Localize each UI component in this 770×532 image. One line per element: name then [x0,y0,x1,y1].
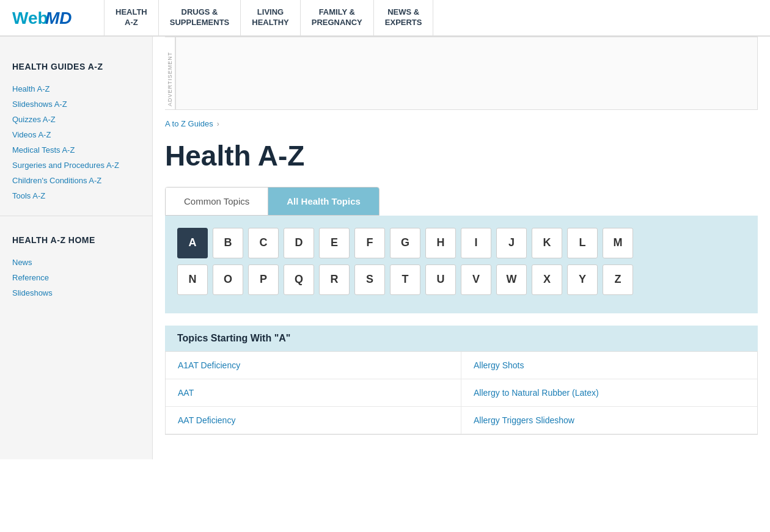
svg-text:MD: MD [45,9,72,27]
alpha-btn-n[interactable]: N [177,264,208,295]
sidebar-item-news[interactable]: News [12,255,140,270]
advertisement-bar: ADVERTISEMENT [165,37,758,110]
topic-cell-a1at: A1AT Deficiency [166,352,461,379]
topic-link-aat[interactable]: AAT [178,388,194,398]
sidebar: HEALTH GUIDES A-Z Health A-Z Slideshows … [0,37,153,459]
sidebar-item-videos-az[interactable]: Videos A-Z [12,127,140,142]
topic-cell-allergy-shots: Allergy Shots [461,352,757,379]
tab-common-topics[interactable]: Common Topics [166,188,268,215]
topic-link-allergy-triggers[interactable]: Allergy Triggers Slideshow [474,415,574,425]
topics-grid: A1AT Deficiency Allergy Shots AAT Allerg… [165,351,758,435]
topic-link-a1at[interactable]: A1AT Deficiency [178,360,240,370]
alpha-btn-a[interactable]: A [177,228,208,258]
sidebar-item-medical-tests[interactable]: Medical Tests A-Z [12,142,140,158]
svg-text:Web: Web [12,9,48,27]
sidebar-item-slideshows-az[interactable]: Slideshows A-Z [12,97,140,112]
nav-drugs[interactable]: DRUGS &SUPPLEMENTS [159,0,241,35]
topic-cell-allergy-natural-rubber: Allergy to Natural Rubber (Latex) [461,379,757,407]
alpha-btn-u[interactable]: U [425,264,456,295]
breadcrumb: A to Z Guides › [165,119,758,128]
alphabet-section: A B C D E F G H I J K L M N O P Q R S [165,216,758,313]
topic-link-allergy-natural-rubber[interactable]: Allergy to Natural Rubber (Latex) [474,388,599,398]
topic-cell-allergy-triggers: Allergy Triggers Slideshow [461,407,757,434]
topic-cell-aat: AAT [166,379,461,407]
sidebar-divider [0,216,152,216]
nav-living[interactable]: LIVINGHEALTHY [241,0,300,35]
alpha-btn-o[interactable]: O [213,264,243,295]
alpha-btn-r[interactable]: R [319,264,350,295]
nav-health-az[interactable]: HEALTHA-Z [104,0,159,35]
site-logo[interactable]: Web MD [12,7,86,29]
topics-section-header: Topics Starting With "A" [165,326,758,351]
alpha-btn-w[interactable]: W [496,264,527,295]
alpha-btn-q[interactable]: Q [284,264,314,295]
alpha-btn-d[interactable]: D [284,228,314,258]
alpha-btn-c[interactable]: C [248,228,279,258]
alpha-btn-v[interactable]: V [461,264,491,295]
sidebar-item-childrens[interactable]: Children's Conditions A-Z [12,173,140,188]
alpha-btn-x[interactable]: X [532,264,562,295]
alpha-btn-p[interactable]: P [248,264,279,295]
alpha-btn-l[interactable]: L [567,228,598,258]
sidebar-item-quizzes-az[interactable]: Quizzes A-Z [12,112,140,127]
sidebar-item-health-az[interactable]: Health A-Z [12,81,140,97]
alphabet-row-1: A B C D E F G H I J K L M [177,228,746,258]
page-title: Health A-Z [165,140,758,172]
topic-cell-aat-deficiency: AAT Deficiency [166,407,461,434]
alpha-btn-s[interactable]: S [354,264,385,295]
alpha-btn-e[interactable]: E [319,228,350,258]
page-wrapper: HEALTH GUIDES A-Z Health A-Z Slideshows … [0,37,770,459]
breadcrumb-link-az[interactable]: A to Z Guides [165,119,213,128]
alpha-btn-j[interactable]: J [496,228,527,258]
tab-all-health-topics[interactable]: All Health Topics [268,188,379,215]
breadcrumb-separator: › [217,120,219,128]
alphabet-row-2: N O P Q R S T U V W X Y Z [177,264,746,295]
alpha-btn-t[interactable]: T [390,264,420,295]
site-header: Web MD HEALTHA-Z DRUGS &SUPPLEMENTS LIVI… [0,0,770,37]
main-content: ADVERTISEMENT A to Z Guides › Health A-Z… [153,37,770,459]
ad-label: ADVERTISEMENT [165,37,175,110]
sidebar-title-home: HEALTH A-Z HOME [12,235,140,246]
alpha-btn-y[interactable]: Y [567,264,598,295]
sidebar-title-guides: HEALTH GUIDES A-Z [12,61,140,72]
nav-family[interactable]: FAMILY &PREGNANCY [301,0,374,35]
sidebar-item-tools[interactable]: Tools A-Z [12,188,140,203]
topic-link-allergy-shots[interactable]: Allergy Shots [474,360,524,370]
topic-tabs: Common Topics All Health Topics [165,187,380,216]
alpha-btn-b[interactable]: B [213,228,243,258]
alpha-btn-g[interactable]: G [390,228,420,258]
sidebar-section-home: HEALTH A-Z HOME News Reference Slideshow… [0,222,152,307]
nav-news[interactable]: NEWS &EXPERTS [374,0,434,35]
ad-space [175,37,758,110]
alpha-btn-m[interactable]: M [603,228,633,258]
alpha-btn-k[interactable]: K [532,228,562,258]
sidebar-item-slideshows-home[interactable]: Slideshows [12,285,140,301]
alpha-btn-h[interactable]: H [425,228,456,258]
main-nav: HEALTHA-Z DRUGS &SUPPLEMENTS LIVINGHEALT… [104,0,758,35]
alpha-btn-i[interactable]: I [461,228,491,258]
topic-link-aat-deficiency[interactable]: AAT Deficiency [178,415,235,425]
alpha-btn-f[interactable]: F [354,228,385,258]
sidebar-section-guides: HEALTH GUIDES A-Z Health A-Z Slideshows … [0,49,152,210]
sidebar-item-reference[interactable]: Reference [12,270,140,285]
sidebar-item-surgeries[interactable]: Surgeries and Procedures A-Z [12,158,140,173]
alpha-btn-z[interactable]: Z [603,264,633,295]
